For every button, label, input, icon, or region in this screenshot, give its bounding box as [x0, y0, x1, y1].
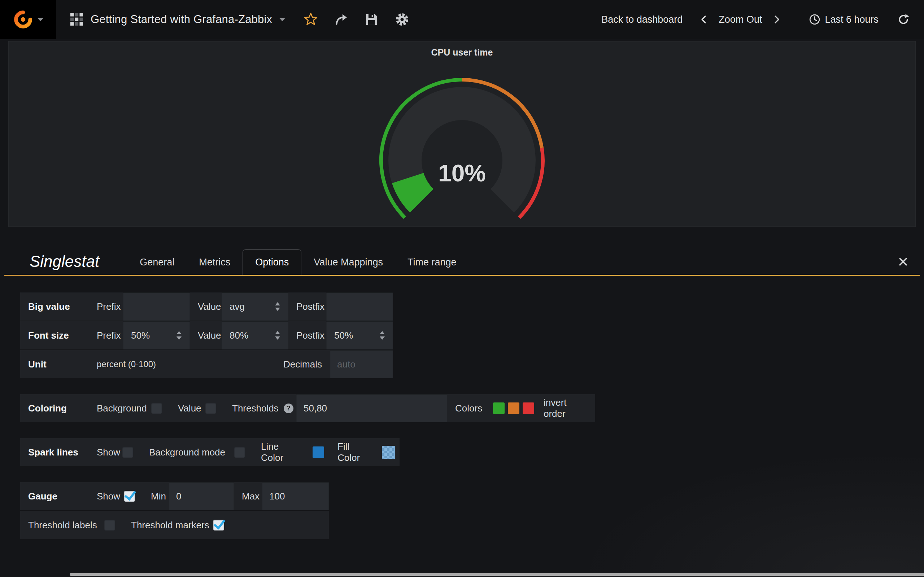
- gauge-show-label: Show: [97, 491, 120, 502]
- horizontal-scrollbar[interactable]: [69, 573, 924, 576]
- time-shift-right-button[interactable]: [771, 15, 782, 24]
- coloring-value-checkbox[interactable]: [205, 403, 216, 414]
- gauge-show-option: Show: [89, 482, 143, 510]
- clock-icon: [809, 14, 821, 25]
- dashboard-title: Getting Started with Grafana-Zabbix: [90, 13, 272, 26]
- select-spinner-icon: [275, 331, 281, 340]
- gauge-show-checkbox[interactable]: [124, 491, 135, 501]
- threshold-markers-checkbox[interactable]: [213, 520, 224, 530]
- threshold-options-row: Threshold labels Threshold markers: [20, 511, 924, 539]
- panel-editor-title: Singlestat: [30, 253, 99, 275]
- settings-gear-icon[interactable]: [395, 12, 409, 27]
- dashboard-title-dropdown[interactable]: Getting Started with Grafana-Zabbix: [70, 13, 285, 26]
- grafana-logo-button[interactable]: [0, 0, 56, 39]
- postfix-size-selected: 50%: [334, 330, 353, 341]
- unit-select[interactable]: percent (0-100): [89, 350, 276, 378]
- max-input[interactable]: [262, 482, 329, 510]
- thresholds-help-icon[interactable]: ?: [284, 403, 294, 413]
- min-label: Min: [143, 482, 169, 510]
- coloring-value-option: Value: [170, 394, 224, 422]
- star-icon[interactable]: [304, 13, 318, 26]
- unit-label: Unit: [20, 350, 89, 378]
- zoom-out-button[interactable]: Zoom Out: [719, 14, 762, 25]
- postfix-input[interactable]: [326, 292, 393, 321]
- options-form: Big value Prefix Value avg Postfix Font …: [0, 276, 924, 539]
- logo-caret-icon: [37, 18, 44, 21]
- gauge-row: Gauge Show Min Max: [20, 482, 924, 510]
- thresholds-label: Thresholds: [232, 403, 279, 414]
- coloring-background-option: Background: [89, 394, 170, 422]
- threshold-labels-label: Threshold labels: [28, 520, 97, 531]
- spark-show-option: Show: [89, 438, 141, 466]
- line-color-cell: [307, 438, 330, 466]
- background-mode-option: Background mode: [141, 438, 253, 466]
- select-spinner-icon: [275, 302, 281, 311]
- decimals-input[interactable]: [330, 350, 393, 378]
- tab-general[interactable]: General: [128, 250, 187, 275]
- threshold-markers-option: Threshold markers: [123, 511, 232, 539]
- close-icon: [898, 257, 908, 267]
- fill-color-cell: [377, 438, 399, 466]
- gauge-label: Gauge: [20, 482, 89, 510]
- thresholds-label-cell: Thresholds ?: [224, 394, 296, 422]
- font-prefix-label: Prefix: [89, 321, 123, 350]
- gauge-value-arc: [408, 178, 422, 201]
- font-size-row: Font size Prefix 50% Value 80% Postfix 5…: [20, 321, 924, 350]
- prefix-size-selected: 50%: [131, 330, 150, 341]
- big-value-row: Big value Prefix Value avg Postfix: [20, 292, 924, 321]
- value-function-selected: avg: [229, 301, 245, 312]
- threshold-color-swatch-red[interactable]: [523, 403, 534, 414]
- panel-title[interactable]: CPU user time: [9, 47, 915, 58]
- background-mode-checkbox[interactable]: [234, 447, 245, 458]
- coloring-label: Coloring: [20, 394, 89, 422]
- coloring-background-checkbox[interactable]: [151, 403, 162, 414]
- time-range-picker[interactable]: Last 6 hours: [809, 14, 879, 25]
- thresholds-input[interactable]: [296, 394, 447, 422]
- time-shift-left-button[interactable]: [699, 15, 709, 24]
- min-input[interactable]: [169, 482, 234, 510]
- value-label: Value: [190, 292, 221, 321]
- tab-metrics[interactable]: Metrics: [187, 250, 242, 275]
- close-editor-button[interactable]: [898, 257, 908, 275]
- spark-show-checkbox[interactable]: [122, 447, 133, 458]
- dashboard-grid-icon: [70, 13, 83, 26]
- prefix-input[interactable]: [123, 292, 190, 321]
- colors-label: Colors: [447, 394, 485, 422]
- tab-time-range[interactable]: Time range: [395, 250, 469, 275]
- select-spinner-icon: [176, 331, 182, 340]
- line-color-label: Line Color: [253, 438, 307, 466]
- max-label: Max: [234, 482, 262, 510]
- threshold-labels-checkbox[interactable]: [104, 520, 115, 530]
- value-function-select[interactable]: avg: [221, 292, 288, 321]
- invert-order-button[interactable]: invert order: [536, 394, 595, 422]
- save-icon[interactable]: [365, 13, 378, 26]
- font-postfix-label: Postfix: [288, 321, 326, 350]
- grafana-logo-icon: [13, 9, 34, 30]
- chevron-left-icon: [699, 15, 709, 24]
- threshold-labels-option: Threshold labels: [20, 511, 123, 539]
- threshold-row-spacer: [232, 511, 329, 539]
- value-size-select[interactable]: 80%: [221, 321, 288, 350]
- refresh-icon: [897, 13, 909, 26]
- panel-editor: Singlestat General Metrics Options Value…: [0, 249, 924, 539]
- prefix-size-select[interactable]: 50%: [123, 321, 190, 350]
- chevron-right-icon: [771, 15, 782, 24]
- refresh-button[interactable]: [897, 13, 909, 26]
- threshold-color-swatch-orange[interactable]: [508, 403, 519, 414]
- line-color-swatch[interactable]: [313, 446, 324, 458]
- font-value-label: Value: [190, 321, 221, 350]
- postfix-label: Postfix: [288, 292, 326, 321]
- coloring-background-label: Background: [97, 403, 147, 414]
- back-to-dashboard-button[interactable]: Back to dashboard: [601, 14, 683, 25]
- tab-value-mappings[interactable]: Value Mappings: [301, 250, 395, 275]
- gauge-value-label: 10%: [438, 160, 486, 187]
- tab-options[interactable]: Options: [242, 249, 301, 275]
- value-size-selected: 80%: [229, 330, 248, 341]
- fill-color-swatch[interactable]: [382, 446, 395, 459]
- unit-row: Unit percent (0-100) Decimals: [20, 350, 924, 378]
- font-size-label: Font size: [20, 321, 89, 350]
- share-icon[interactable]: [334, 13, 348, 26]
- time-range-label: Last 6 hours: [825, 14, 879, 25]
- postfix-size-select[interactable]: 50%: [326, 321, 393, 350]
- threshold-color-swatch-green[interactable]: [493, 403, 505, 414]
